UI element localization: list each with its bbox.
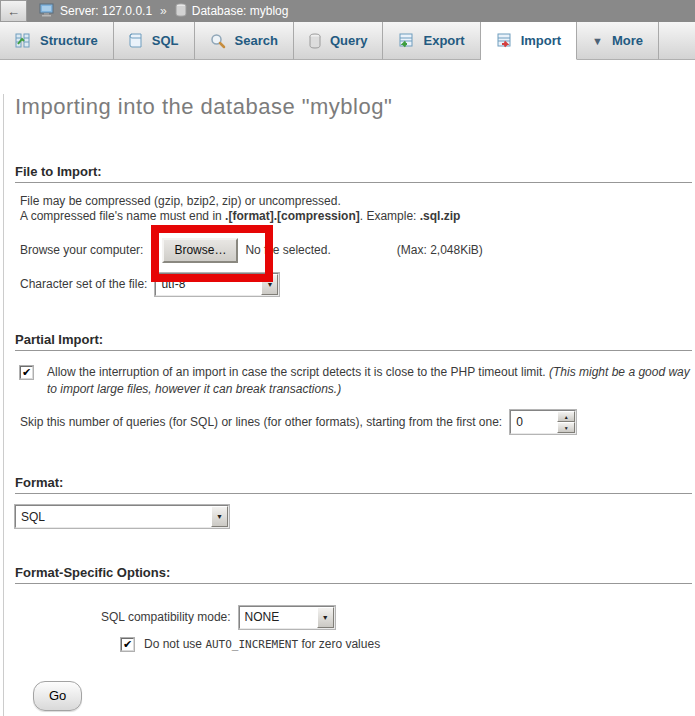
browse-label: Browse your computer: xyxy=(20,243,143,257)
tab-import[interactable]: Import xyxy=(481,22,577,60)
compression-info: File may be compressed (gzip, bzip2, zip… xyxy=(20,194,692,209)
section-heading-format-specific-options: Format-Specific Options: xyxy=(15,565,692,584)
tab-sql[interactable]: SQL xyxy=(114,22,195,60)
search-icon xyxy=(210,33,226,49)
section-heading-format: Format: xyxy=(15,475,692,494)
auto-increment-code: AUTO_INCREMENT xyxy=(205,638,298,651)
back-arrow-icon: ← xyxy=(7,4,20,19)
tab-search[interactable]: Search xyxy=(195,22,294,60)
sql-icon xyxy=(129,33,143,49)
sql-compatibility-selected-value: NONE xyxy=(240,607,317,628)
breadcrumb-separator: » xyxy=(160,4,167,18)
allow-interruption-label: Allow the interruption of an import in c… xyxy=(47,364,692,398)
charset-label: Character set of the file: xyxy=(20,277,147,291)
spinner-down-button[interactable]: ▼ xyxy=(557,422,575,433)
query-icon xyxy=(309,33,321,49)
spinner-up-button[interactable]: ▲ xyxy=(557,411,575,422)
import-page: Importing into the database "myblog" Fil… xyxy=(3,94,695,716)
browse-file-row: Browse your computer: Browse… No file se… xyxy=(20,230,692,270)
skip-queries-spinner: ▲ ▼ xyxy=(557,411,575,433)
charset-row: Character set of the file: utf-8 ▼ xyxy=(20,272,692,296)
browse-button[interactable]: Browse… xyxy=(162,238,238,263)
breadcrumb-database[interactable]: Database: myblog xyxy=(192,4,289,18)
sql-compatibility-label: SQL compatibility mode: xyxy=(101,610,231,624)
tabbar-filler xyxy=(659,22,695,60)
select-arrow-icon[interactable]: ▼ xyxy=(317,607,334,628)
skip-queries-label: Skip this number of queries (for SQL) or… xyxy=(20,415,502,429)
back-button[interactable]: ← xyxy=(0,0,27,22)
tab-label: Export xyxy=(423,33,464,48)
check-icon: ✔ xyxy=(123,638,132,651)
check-icon: ✔ xyxy=(22,366,31,379)
filename-info: A compressed file's name must end in .[f… xyxy=(20,209,692,224)
chevron-down-icon: ▼ xyxy=(592,35,603,47)
sqlzip-example: .sql.zip xyxy=(420,209,461,223)
section-heading-partial-import: Partial Import: xyxy=(15,332,692,351)
structure-icon xyxy=(15,33,31,49)
tab-label: Import xyxy=(521,33,561,48)
sql-compatibility-select[interactable]: NONE ▼ xyxy=(239,606,335,629)
format-compression-example: .[format].[compression] xyxy=(225,209,360,223)
select-arrow-icon[interactable]: ▼ xyxy=(261,274,278,295)
server-icon xyxy=(39,3,55,20)
tab-export[interactable]: Export xyxy=(383,22,480,60)
skip-queries-input[interactable] xyxy=(511,411,557,433)
server-breadcrumb-bar: ← Server: 127.0.0.1 » Database: myblog xyxy=(0,0,695,22)
tab-structure[interactable]: Structure xyxy=(0,22,114,60)
allow-interruption-checkbox[interactable]: ✔ xyxy=(20,366,33,379)
allow-interruption-row: ✔ Allow the interruption of an import in… xyxy=(20,364,692,398)
section-heading-file-to-import: File to Import: xyxy=(15,164,692,183)
max-size-text: (Max: 2,048KiB) xyxy=(397,243,483,257)
auto-increment-checkbox[interactable]: ✔ xyxy=(121,638,134,651)
charset-select[interactable]: utf-8 ▼ xyxy=(155,273,279,296)
export-icon xyxy=(398,33,414,49)
database-icon xyxy=(175,3,187,20)
no-file-selected-text: No file selected. xyxy=(245,243,330,257)
breadcrumb: Server: 127.0.0.1 » Database: myblog xyxy=(39,3,288,20)
tab-label: Structure xyxy=(40,33,98,48)
tab-label: More xyxy=(612,33,643,48)
format-selected-value: SQL xyxy=(16,506,211,527)
go-button[interactable]: Go xyxy=(33,681,82,711)
tab-label: Query xyxy=(330,33,368,48)
charset-selected-value: utf-8 xyxy=(156,274,261,295)
sql-compatibility-row: SQL compatibility mode: NONE ▼ xyxy=(101,605,692,629)
import-icon xyxy=(496,33,512,49)
select-arrow-icon[interactable]: ▼ xyxy=(211,506,228,527)
skip-queries-input-wrap: ▲ ▼ xyxy=(510,410,576,434)
tab-bar: Structure SQL Search Query xyxy=(0,22,695,60)
file-import-description: File may be compressed (gzip, bzip2, zip… xyxy=(20,194,692,224)
tab-more[interactable]: ▼ More xyxy=(577,22,659,60)
auto-increment-label: Do not use AUTO_INCREMENT for zero value… xyxy=(144,637,380,651)
tab-label: Search xyxy=(235,33,278,48)
skip-queries-row: Skip this number of queries (for SQL) or… xyxy=(20,410,692,434)
tab-label: SQL xyxy=(152,33,179,48)
tab-query[interactable]: Query xyxy=(294,22,384,60)
page-title: Importing into the database "myblog" xyxy=(15,94,692,120)
format-select[interactable]: SQL ▼ xyxy=(15,505,229,528)
breadcrumb-server[interactable]: Server: 127.0.0.1 xyxy=(60,4,152,18)
auto-increment-row: ✔ Do not use AUTO_INCREMENT for zero val… xyxy=(121,637,692,651)
